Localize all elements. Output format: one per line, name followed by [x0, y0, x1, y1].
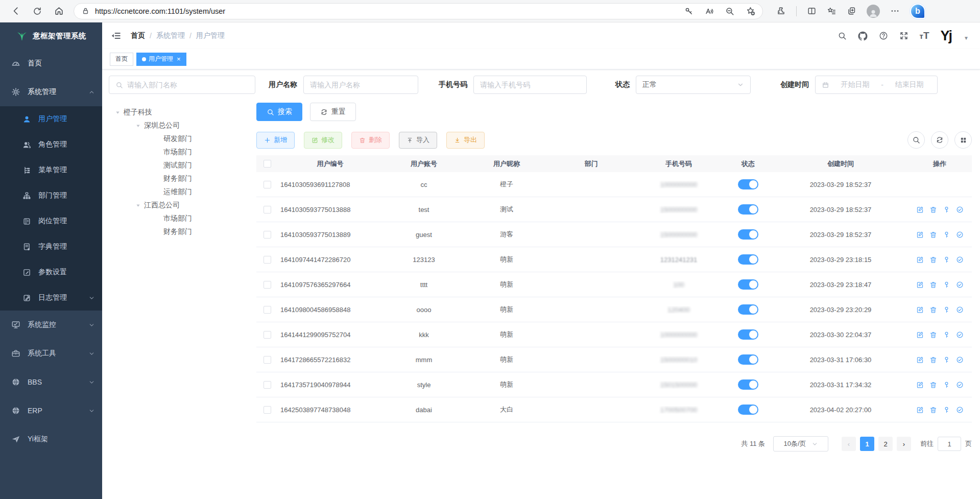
profile-avatar[interactable] — [867, 5, 880, 18]
tree-node[interactable]: 市场部门 — [109, 146, 256, 159]
fullscreen-icon[interactable] — [899, 31, 909, 40]
header-search-icon[interactable] — [838, 31, 847, 40]
delete-action-icon[interactable] — [929, 406, 937, 414]
tree-node[interactable]: 运维部门 — [109, 185, 256, 199]
sidebar-item-post-mgmt[interactable]: 岗位管理 — [0, 208, 102, 234]
row-checkbox[interactable] — [264, 231, 271, 239]
edit-action-icon[interactable] — [916, 381, 924, 389]
delete-action-icon[interactable] — [929, 256, 937, 264]
page-button-1[interactable]: 1 — [860, 437, 874, 451]
status-toggle[interactable] — [738, 329, 758, 340]
sidebar-item-dict-mgmt[interactable]: 字典管理 — [0, 234, 102, 259]
sidebar-item-dept-mgmt[interactable]: 部门管理 — [0, 183, 102, 208]
add-favorite-icon[interactable] — [746, 6, 755, 16]
sidebar-item-role-mgmt[interactable]: 角色管理 — [0, 132, 102, 157]
sidebar-item-log-mgmt[interactable]: 日志管理 — [0, 285, 102, 311]
password-key-icon[interactable] — [684, 7, 694, 16]
goto-page-input[interactable] — [938, 437, 961, 451]
search-button[interactable]: 搜索 — [256, 103, 302, 121]
extensions-icon[interactable] — [776, 6, 786, 16]
status-toggle[interactable] — [738, 204, 758, 215]
tree-caret-icon[interactable] — [115, 110, 121, 115]
user-avatar-logo[interactable]: Yj — [941, 29, 952, 43]
favorites-icon[interactable] — [827, 6, 836, 16]
dept-search-field[interactable] — [127, 81, 249, 89]
row-checkbox[interactable] — [264, 181, 271, 188]
zoom-out-icon[interactable] — [725, 7, 734, 16]
status-toggle[interactable] — [738, 279, 758, 290]
assign-role-action-icon[interactable] — [956, 281, 964, 289]
sidebar-item-home[interactable]: 首页 — [0, 49, 102, 78]
edit-action-icon[interactable] — [916, 281, 924, 289]
assign-role-action-icon[interactable] — [956, 306, 964, 314]
prev-page-button[interactable]: ‹ — [842, 437, 856, 451]
reset-password-action-icon[interactable] — [943, 356, 950, 364]
status-toggle[interactable] — [738, 354, 758, 365]
url-text[interactable]: https://ccnetcore.com:1101/system/user — [95, 7, 684, 15]
close-icon[interactable]: × — [177, 55, 181, 63]
date-range-picker[interactable]: 开始日期 - 结束日期 — [815, 76, 938, 94]
edit-action-icon[interactable] — [916, 406, 924, 414]
row-checkbox[interactable] — [264, 381, 271, 389]
tree-node[interactable]: 研发部门 — [109, 132, 256, 146]
reset-password-action-icon[interactable] — [943, 256, 950, 264]
reset-password-action-icon[interactable] — [943, 381, 950, 389]
status-toggle[interactable] — [738, 379, 758, 390]
read-aloud-icon[interactable] — [705, 7, 714, 16]
delete-action-icon[interactable] — [929, 231, 937, 239]
browser-home-button[interactable] — [50, 3, 67, 20]
tree-node[interactable]: 深圳总公司 — [109, 119, 256, 132]
browser-back-button[interactable] — [7, 3, 25, 20]
tree-node[interactable]: 财务部门 — [109, 225, 256, 239]
tree-node[interactable]: 测试部门 — [109, 159, 256, 172]
phone-field[interactable] — [480, 81, 580, 89]
sidebar-item-param-settings[interactable]: 参数设置 — [0, 259, 102, 285]
export-button[interactable]: 导出 — [446, 132, 485, 149]
sidebar-item-tools[interactable]: 系统工具 — [0, 339, 102, 368]
tag-home[interactable]: 首页 — [110, 53, 133, 66]
page-button-2[interactable]: 2 — [878, 437, 893, 451]
sidebar-item-bbs[interactable]: BBS — [0, 368, 102, 396]
add-button[interactable]: 新增 — [256, 132, 295, 149]
tree-node[interactable]: 江西总公司 — [109, 199, 256, 212]
split-screen-icon[interactable] — [807, 6, 817, 16]
status-toggle[interactable] — [738, 229, 758, 240]
user-menu-caret-icon[interactable]: ▼ — [964, 35, 969, 43]
edit-action-icon[interactable] — [916, 206, 924, 213]
assign-role-action-icon[interactable] — [956, 406, 964, 414]
reset-password-action-icon[interactable] — [943, 281, 950, 289]
page-size-select[interactable]: 10条/页 — [773, 436, 828, 452]
assign-role-action-icon[interactable] — [956, 381, 964, 389]
delete-action-icon[interactable] — [929, 206, 937, 213]
address-bar[interactable]: https://ccnetcore.com:1101/system/user — [74, 3, 763, 19]
status-select[interactable]: 正常 — [636, 76, 751, 94]
status-toggle[interactable] — [738, 179, 758, 189]
tree-caret-icon[interactable] — [135, 203, 141, 208]
reset-password-action-icon[interactable] — [943, 306, 950, 314]
edit-action-icon[interactable] — [916, 356, 924, 364]
sidebar-item-erp[interactable]: ERP — [0, 396, 102, 425]
assign-role-action-icon[interactable] — [956, 206, 964, 213]
sidebar-item-monitor[interactable]: 系统监控 — [0, 311, 102, 339]
assign-role-action-icon[interactable] — [956, 331, 964, 339]
browser-menu-icon[interactable] — [890, 6, 900, 16]
reset-password-action-icon[interactable] — [943, 331, 950, 339]
github-icon[interactable] — [858, 31, 868, 41]
lock-icon[interactable] — [81, 7, 90, 15]
next-page-button[interactable]: › — [897, 437, 911, 451]
assign-role-action-icon[interactable] — [956, 231, 964, 239]
row-checkbox[interactable] — [264, 206, 271, 213]
app-logo[interactable]: 意框架管理系统 — [0, 22, 102, 49]
tree-node[interactable]: 财务部门 — [109, 172, 256, 185]
tree-node[interactable]: 市场部门 — [109, 212, 256, 225]
reset-button[interactable]: 重置 — [310, 103, 356, 121]
collapse-sidebar-icon[interactable] — [110, 30, 122, 41]
column-settings-button[interactable] — [954, 131, 972, 149]
username-input[interactable] — [303, 76, 418, 94]
reset-password-action-icon[interactable] — [943, 231, 950, 239]
breadcrumb-home[interactable]: 首页 — [131, 31, 145, 40]
breadcrumb-system[interactable]: 系统管理 — [156, 31, 185, 40]
delete-action-icon[interactable] — [929, 306, 937, 314]
row-checkbox[interactable] — [264, 356, 271, 364]
row-checkbox[interactable] — [264, 406, 271, 414]
